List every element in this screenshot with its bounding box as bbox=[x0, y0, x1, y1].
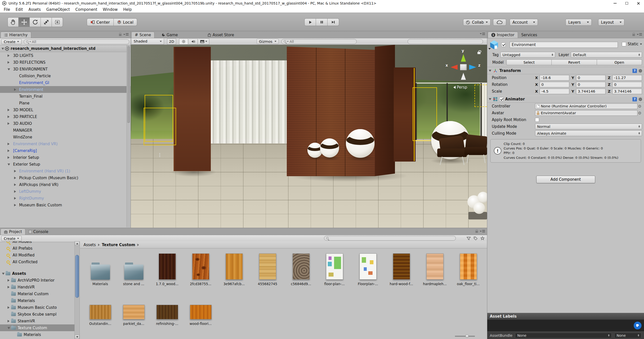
play-button[interactable] bbox=[304, 18, 316, 26]
menu-file[interactable]: File bbox=[1, 7, 13, 12]
hand-tool-button[interactable] bbox=[8, 17, 19, 27]
controller-field[interactable]: None (Runtime Animator Controller) bbox=[535, 103, 637, 109]
asset-wood-floori[interactable]: wood-floori... bbox=[184, 291, 217, 331]
expand-right-icon[interactable] bbox=[8, 54, 10, 57]
scroll-down-button[interactable] bbox=[75, 335, 79, 339]
expand-down-icon[interactable] bbox=[8, 163, 10, 165]
asset-c56846d9[interactable]: c56846d9... bbox=[284, 251, 318, 291]
expand-right-icon[interactable] bbox=[8, 149, 10, 152]
project-folder-steamvr[interactable]: SteamVR bbox=[0, 318, 74, 324]
menu-edit[interactable]: Edit bbox=[13, 7, 26, 12]
asset-2fcd38755[interactable]: 2fcd38755... bbox=[184, 251, 217, 291]
layer-dropdown[interactable]: Default bbox=[571, 52, 642, 58]
project-search[interactable] bbox=[324, 236, 456, 241]
expand-right-icon[interactable] bbox=[8, 306, 10, 309]
hierarchy-item-collision-particle[interactable]: Collision_Particle bbox=[0, 72, 131, 79]
model-open-button[interactable]: Open bbox=[597, 59, 642, 65]
transform-rotation-y-field[interactable]: 0 bbox=[576, 82, 606, 87]
expand-right-icon[interactable] bbox=[8, 156, 10, 159]
draw-mode-dropdown[interactable]: Shaded bbox=[131, 39, 164, 45]
assetbundle-dropdown[interactable]: None bbox=[515, 333, 612, 338]
foldout-icon[interactable] bbox=[489, 70, 491, 72]
hierarchy-item-exterior-setup[interactable]: Exterior Setup bbox=[0, 161, 131, 168]
gameobject-icon[interactable] bbox=[489, 40, 499, 50]
transform-scale-x-field[interactable]: -4.5 bbox=[540, 89, 569, 94]
save-search-star-icon[interactable] bbox=[480, 236, 485, 240]
project-folder-skybox-6cube-sampl[interactable]: Skybox 6cube sampl bbox=[0, 311, 74, 318]
scene-lock-icon[interactable] bbox=[477, 52, 480, 54]
project-folder-archvizpro-interior[interactable]: ArchVizPRO Interior bbox=[0, 277, 74, 284]
hierarchy-item-3d-particle[interactable]: 3D PARTICLE bbox=[0, 113, 131, 120]
panel-menu-icon[interactable] bbox=[123, 33, 129, 35]
scale-tool-button[interactable] bbox=[41, 17, 52, 27]
hierarchy-item-terrain-final[interactable]: Terrain_Final bbox=[0, 93, 131, 100]
transform-position-z-field[interactable]: -11.27 bbox=[612, 75, 642, 81]
scene-search[interactable] bbox=[281, 39, 357, 44]
expand-right-icon[interactable] bbox=[14, 177, 16, 179]
foldout-icon[interactable] bbox=[489, 98, 491, 100]
update-mode-dropdown[interactable]: Normal bbox=[535, 124, 642, 129]
hierarchy-item-environment-gi[interactable]: Environment_GI bbox=[0, 79, 131, 86]
icon-dropdown-arrow[interactable] bbox=[488, 48, 491, 50]
move-tool-button[interactable] bbox=[19, 17, 30, 27]
expand-down-icon[interactable] bbox=[8, 327, 10, 329]
expand-right-icon[interactable] bbox=[14, 204, 16, 206]
project-folder-handsvr[interactable]: HandsVR bbox=[0, 284, 74, 290]
menu-help[interactable]: Help bbox=[120, 7, 135, 12]
menu-assets[interactable]: Assets bbox=[26, 7, 44, 12]
pivot-center-button[interactable]: Center bbox=[87, 18, 114, 26]
gear-icon[interactable] bbox=[638, 69, 642, 73]
search-by-label-icon[interactable] bbox=[474, 237, 477, 240]
hierarchy-item-camerarig[interactable]: [CameraRig] bbox=[0, 147, 131, 154]
avatar-field[interactable]: EnvironmentAvatar bbox=[535, 110, 637, 116]
gizmo-z-axis[interactable] bbox=[469, 65, 476, 70]
model-select-button[interactable]: Select bbox=[506, 59, 552, 65]
asset-3e967afcb[interactable]: 3e967afcb... bbox=[217, 251, 251, 291]
scrollbar-thumb[interactable] bbox=[127, 46, 130, 123]
model-revert-button[interactable]: Revert bbox=[552, 59, 597, 65]
expand-right-icon[interactable] bbox=[14, 190, 16, 193]
static-dropdown-icon[interactable] bbox=[640, 44, 642, 45]
static-checkbox[interactable] bbox=[622, 42, 626, 46]
tab-console[interactable]: Console bbox=[25, 229, 52, 235]
expand-right-icon[interactable] bbox=[8, 122, 10, 125]
project-create-button[interactable]: Create bbox=[1, 236, 22, 241]
project-folder-materials[interactable]: Materials bbox=[0, 297, 74, 304]
hierarchy-item-3d-model[interactable]: 3D MODEL bbox=[0, 106, 131, 113]
maximize-button[interactable] bbox=[621, 0, 632, 7]
hierarchy-item-3d-lights[interactable]: 3D LIGHTS bbox=[0, 52, 131, 59]
asset-floorplan[interactable]: Floorplan-... bbox=[351, 251, 385, 291]
help-icon[interactable]: ? bbox=[632, 97, 637, 101]
asset-floor-plan[interactable]: floor-plan-... bbox=[318, 251, 351, 291]
expand-right-icon[interactable] bbox=[8, 320, 10, 322]
expand-right-icon[interactable] bbox=[8, 286, 10, 288]
hierarchy-item-windzone[interactable]: WindZone bbox=[0, 134, 131, 140]
scene-search-input[interactable] bbox=[290, 40, 354, 44]
hierarchy-item-environment-hand-vr[interactable]: Environment (Hand VR) bbox=[0, 140, 131, 147]
culling-mode-dropdown[interactable]: Always Animate bbox=[535, 130, 642, 136]
hierarchy-item-3d-audio[interactable]: 3D AUDIO bbox=[0, 120, 131, 127]
pause-button[interactable] bbox=[316, 18, 328, 26]
transform-position-x-field[interactable]: -18.6 bbox=[540, 75, 569, 81]
animator-enabled-checkbox[interactable] bbox=[499, 97, 503, 101]
expand-right-icon[interactable] bbox=[8, 61, 10, 64]
gizmo-bottom-axis[interactable] bbox=[461, 73, 466, 80]
help-icon[interactable]: ? bbox=[632, 69, 637, 73]
favorite-all-conflicted[interactable]: All Conflicted bbox=[0, 258, 74, 265]
scroll-up-button[interactable] bbox=[75, 241, 79, 246]
object-picker-icon[interactable]: ⊙ bbox=[637, 104, 642, 108]
animator-component-header[interactable]: Animator ? bbox=[487, 96, 644, 103]
transform-rotation-x-field[interactable]: 0 bbox=[540, 82, 569, 87]
gizmo-cube[interactable] bbox=[460, 64, 467, 70]
hierarchy-scrollbar[interactable] bbox=[127, 45, 130, 227]
label-tag-button[interactable] bbox=[634, 322, 641, 329]
tab-asset-store[interactable]: Asset Store bbox=[204, 32, 237, 38]
lock-icon[interactable] bbox=[475, 231, 478, 233]
expand-down-icon[interactable] bbox=[8, 68, 10, 70]
panel-menu-icon[interactable] bbox=[637, 33, 642, 35]
hierarchy-search-input[interactable] bbox=[32, 40, 127, 44]
asset-outstandin[interactable]: Outstandin... bbox=[84, 291, 117, 331]
orientation-gizmo[interactable]: y x z bbox=[446, 50, 481, 85]
collab-button[interactable]: Collab bbox=[463, 19, 491, 26]
scrollbar-thumb[interactable] bbox=[75, 255, 79, 298]
